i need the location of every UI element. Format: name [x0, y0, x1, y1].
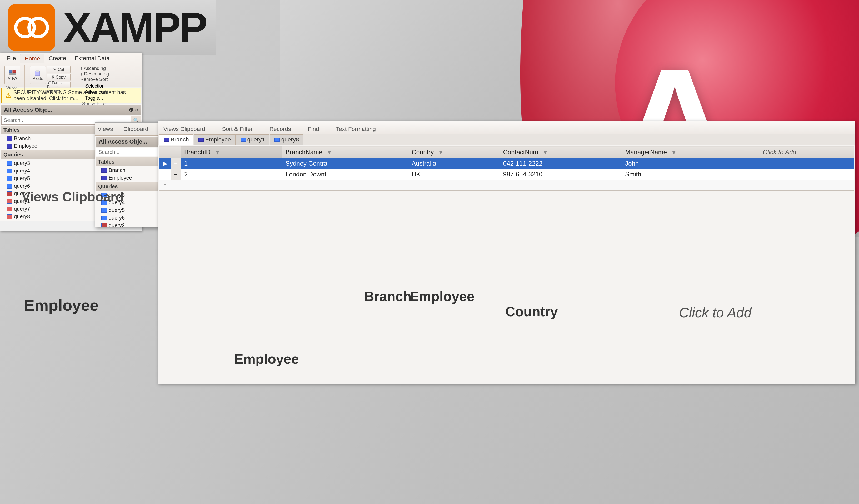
cell-new-3[interactable] — [408, 180, 500, 191]
views-clipboard-label: Views Clipboard — [21, 189, 124, 205]
query-icon-3-bg — [6, 161, 12, 166]
paste-button[interactable]: Paste — [30, 66, 46, 84]
tab-external-data-bg[interactable]: External Data — [70, 54, 114, 63]
query-icon-2-bg — [6, 191, 12, 196]
xampp-icon-inner — [13, 9, 50, 46]
row-expand-new — [171, 180, 181, 191]
fg-ribbon-clipboard: Clipboard — [123, 126, 148, 132]
employee-large-label: Employee — [24, 296, 99, 314]
warning-icon: ⚠ — [5, 92, 11, 99]
format-painter-button[interactable]: 🖌 Format Painter — [47, 81, 71, 88]
query-icon-5-fg — [101, 208, 107, 213]
nav-header-title-fg: All Access Obje... — [99, 138, 147, 145]
tab-create-bg[interactable]: Create — [44, 54, 70, 63]
ribbon-group-sortfilter-label: Sort & Filter — [82, 101, 107, 107]
cell-new-4[interactable] — [500, 180, 622, 191]
cell-country-1[interactable]: Australia — [408, 158, 500, 169]
table-new-row[interactable]: * — [160, 180, 854, 191]
sort-icon-manager-name: ▼ — [671, 148, 677, 156]
query-icon-6-bg — [6, 184, 12, 189]
row-selector-new: * — [160, 180, 171, 191]
cell-new-5[interactable] — [622, 180, 759, 191]
ribbon-clipboard-buttons: Paste ✂ Cut ⎘ Copy 🖌 Format Painter — [30, 65, 71, 89]
col-header-country[interactable]: Country ▼ — [408, 146, 500, 158]
branch-col-label: Branch — [364, 288, 411, 304]
row-selector-1: ▶ — [160, 158, 171, 169]
document-tabs: Branch Employee query1 query8 — [158, 135, 855, 145]
xampp-logo-area: XAMPP — [0, 0, 216, 55]
col-header-branch-name[interactable]: BranchName ▼ — [282, 146, 408, 158]
cell-manager-name-1[interactable]: John — [622, 158, 759, 169]
fg-ribbon-views: Views — [97, 126, 113, 132]
tab-icon-query8 — [274, 138, 280, 142]
col-header-row-selector — [160, 146, 171, 158]
copy-button[interactable]: ⎘ Copy — [47, 74, 71, 81]
query-icon-8-bg — [6, 214, 12, 219]
security-warning-bar[interactable]: ⚠ SECURITY WARNING Some active content h… — [1, 88, 141, 103]
cell-branch-id-1[interactable]: 1 — [181, 158, 282, 169]
ascending-label: ↑ Ascending — [80, 66, 109, 71]
nav-header-title-bg: All Access Obje... — [4, 107, 52, 113]
data-ribbon-text-formatting: Text Formatting — [333, 124, 379, 134]
cell-new-2[interactable] — [282, 180, 408, 191]
doc-tab-employee[interactable]: Employee — [194, 135, 236, 145]
cell-manager-name-2[interactable]: Smith — [622, 169, 759, 180]
country-label: Country — [505, 304, 558, 319]
data-ribbon-find: Find — [305, 124, 322, 134]
cell-country-2[interactable]: UK — [408, 169, 500, 180]
cut-button[interactable]: ✂ Cut — [47, 66, 71, 73]
table-icon-branch-bg — [6, 136, 12, 141]
click-to-add-label: Click to Add — [679, 305, 752, 320]
doc-tab-query8[interactable]: query8 — [270, 135, 303, 145]
view-button[interactable]: View — [4, 66, 20, 84]
table-row[interactable]: ▶ + 1 Sydney Centra Australia 042-111-22… — [160, 158, 854, 169]
cell-branch-name-1[interactable]: Sydney Centra — [282, 158, 408, 169]
nav-header-bg[interactable]: All Access Obje... ⊕ « — [1, 105, 141, 115]
security-warning-text: SECURITY WARNING Some active content has… — [13, 89, 137, 101]
cell-new-6 — [759, 180, 854, 191]
cell-branch-id-2[interactable]: 2 — [181, 169, 282, 180]
ribbon-tabs-bg: File Home Create External Data — [2, 54, 140, 63]
cell-branch-name-2[interactable]: London Downt — [282, 169, 408, 180]
ribbon-views-buttons: View — [4, 65, 20, 85]
tab-file-bg[interactable]: File — [2, 54, 20, 63]
col-header-click-to-add[interactable]: Click to Add — [759, 146, 854, 158]
row-expand-1[interactable]: + — [171, 158, 181, 169]
query-icon-6-fg — [101, 216, 107, 220]
sort-icon-country: ▼ — [438, 148, 444, 156]
remove-sort-label: Remove Sort — [80, 77, 109, 82]
doc-tab-branch[interactable]: Branch — [159, 135, 193, 145]
col-header-expand — [171, 146, 181, 158]
cell-contact-num-1[interactable]: 042-111-2222 — [500, 158, 622, 169]
data-ribbon-records: Records — [266, 124, 294, 134]
doc-tab-query1[interactable]: query1 — [236, 135, 270, 145]
col-header-manager-name[interactable]: ManagerName ▼ — [622, 146, 759, 158]
branch-table: BranchID ▼ BranchName ▼ Country ▼ Contac… — [159, 146, 854, 191]
xampp-title-text: XAMPP — [63, 3, 206, 52]
row-expand-2[interactable]: + — [171, 169, 181, 180]
query-icon-4-bg — [6, 169, 12, 173]
ribbon-area-bg: File Home Create External Data — [0, 53, 142, 87]
col-header-branch-id[interactable]: BranchID ▼ — [181, 146, 282, 158]
col-header-contact-num[interactable]: ContactNum ▼ — [500, 146, 622, 158]
ribbon-content-bg: View Views Paste ✂ Cut — [2, 64, 140, 87]
sort-icon-contact-num: ▼ — [542, 148, 548, 156]
table-icon-employee-fg — [101, 176, 107, 180]
tab-icon-employee — [198, 138, 204, 142]
data-window-main: Views Clipboard Sort & Filter Records Fi… — [158, 121, 855, 384]
svg-rect-5 — [9, 73, 16, 75]
sort-icon-branch-id: ▼ — [214, 148, 221, 156]
employee-bottom-label: Employee — [234, 351, 299, 367]
tab-home-bg[interactable]: Home — [20, 54, 44, 63]
cell-contact-num-2[interactable]: 987-654-3210 — [500, 169, 622, 180]
row-selector-2 — [160, 169, 171, 180]
table-row[interactable]: + 2 London Downt UK 987-654-3210 Smith — [160, 169, 854, 180]
data-ribbon-views-clipboard: Views Clipboard — [160, 124, 208, 134]
query-icon-5-bg — [6, 176, 12, 181]
table-icon-branch-fg — [101, 168, 107, 173]
sort-icon-branch-name: ▼ — [326, 148, 333, 156]
tab-icon-query1 — [241, 138, 246, 142]
cell-new-1[interactable] — [181, 180, 282, 191]
query-icon-2-fg — [101, 223, 107, 227]
employee-tab-label: Employee — [410, 288, 474, 304]
